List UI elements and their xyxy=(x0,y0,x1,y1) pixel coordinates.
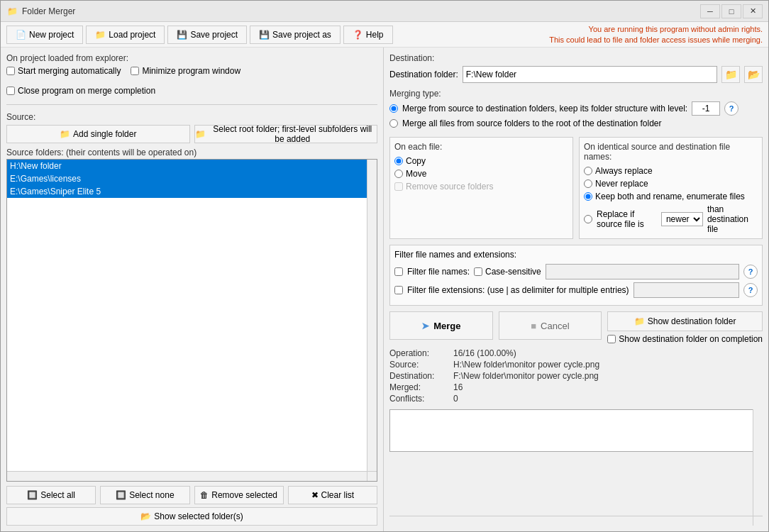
replace-if-row: Replace if source file is newerolder tha… xyxy=(584,204,758,234)
filter-names-input[interactable] xyxy=(546,264,739,279)
never-replace-label[interactable]: Never replace xyxy=(595,179,648,189)
remove-selected-button[interactable]: 🗑 Remove selected xyxy=(194,486,284,504)
move-radio[interactable] xyxy=(394,170,403,178)
help-level-button[interactable]: ? xyxy=(724,101,738,116)
replace-if-radio[interactable] xyxy=(584,215,592,223)
merge-option2-row: Merge all files from source folders to t… xyxy=(389,118,763,128)
list-item[interactable]: E:\Games\Sniper Elite 5 xyxy=(7,185,367,198)
list-item[interactable]: H:\New folder xyxy=(7,160,367,172)
remove-selected-icon: 🗑 xyxy=(200,490,209,500)
merge-icon: ➤ xyxy=(421,321,429,331)
never-replace-radio[interactable] xyxy=(584,179,592,188)
log-vscroll[interactable] xyxy=(753,409,763,516)
copy-label[interactable]: Copy xyxy=(406,156,426,166)
on-project-label: On project loaded from explorer: xyxy=(6,53,377,63)
close-program-checkbox-label[interactable]: Close program on merge completion xyxy=(6,86,155,96)
on-each-file-label: On each file: xyxy=(394,142,568,152)
filter-names-label: Filter file names: xyxy=(407,267,470,277)
keep-both-label[interactable]: Keep both and rename, enumerate files xyxy=(595,192,745,201)
filter-extensions-input[interactable] xyxy=(634,282,739,298)
open-folder-button[interactable]: 📂 xyxy=(744,66,763,83)
copy-radio[interactable] xyxy=(394,157,403,165)
newer-select[interactable]: newerolder xyxy=(661,212,703,226)
divider-1 xyxy=(6,104,377,105)
source-status-row: Source: H:\New folder\monitor power cycl… xyxy=(389,360,763,370)
filter-extensions-checkbox[interactable] xyxy=(394,286,403,294)
select-none-button[interactable]: 🔲 Select none xyxy=(100,486,189,504)
merging-type-section: Merging type: Merge from source to desti… xyxy=(389,89,763,131)
source-label: Source: xyxy=(6,112,377,122)
new-project-button[interactable]: 📄 New project xyxy=(6,26,83,44)
show-on-completion-checkbox[interactable] xyxy=(607,335,616,343)
case-sensitive-row: Case-sensitive xyxy=(474,267,541,277)
show-destination-button[interactable]: 📁 Show destination folder xyxy=(607,311,763,331)
horizontal-scrollbar[interactable] xyxy=(7,471,367,481)
help-filter-ext-button[interactable]: ? xyxy=(743,283,758,297)
source-list-inner: H:\New folder E:\Games\licenses E:\Games… xyxy=(7,160,367,471)
main-content: On project loaded from explorer: Start m… xyxy=(1,48,768,531)
case-sensitive-checkbox[interactable] xyxy=(474,267,482,276)
scroll-corner xyxy=(367,471,377,481)
filter-names-checkbox[interactable] xyxy=(394,267,403,276)
select-none-icon: 🔲 xyxy=(116,490,126,500)
always-replace-option: Always replace xyxy=(584,166,758,176)
help-button[interactable]: ❓ Help xyxy=(343,26,393,44)
merge-option1-label[interactable]: Merge from source to destination folders… xyxy=(402,104,687,113)
window-title: Folder Merger xyxy=(22,6,700,16)
source-section: Source: 📁 Add single folder 📁 Select roo… xyxy=(6,112,377,526)
cancel-button[interactable]: ■ Cancel xyxy=(499,311,602,340)
clear-list-button[interactable]: ✖ Clear list xyxy=(288,486,377,504)
close-button[interactable]: ✕ xyxy=(743,4,763,18)
move-label[interactable]: Move xyxy=(406,169,426,179)
filter-extensions-label: Filter file extensions: (use | as delimi… xyxy=(407,285,629,295)
merge-button[interactable]: ➤ Merge xyxy=(389,311,493,340)
show-dest-icon: 📁 xyxy=(634,316,645,326)
action-section: ➤ Merge ■ Cancel 📁 Show destination fold… xyxy=(389,311,763,344)
replace-if-label[interactable]: Replace if source file is xyxy=(597,209,657,229)
filter-title: Filter file names and extensions: xyxy=(394,250,758,260)
list-item[interactable]: E:\Games\licenses xyxy=(7,172,367,185)
save-project-button[interactable]: 💾 Save project xyxy=(167,26,247,44)
remove-source-checkbox[interactable] xyxy=(394,182,403,191)
two-column-section: On each file: Copy Move Remove source fo… xyxy=(389,137,763,239)
close-program-checkbox[interactable] xyxy=(6,87,15,95)
destination-folder-input[interactable] xyxy=(463,66,717,83)
minimize-window-checkbox[interactable] xyxy=(131,67,139,75)
right-panel: Destination: Destination folder: 📁 📂 Mer… xyxy=(384,48,768,531)
source-list-label: Source folders: (their contents will be … xyxy=(6,148,377,157)
start-merging-checkbox[interactable] xyxy=(6,67,15,75)
operation-row: Operation: 16/16 (100.00%) xyxy=(389,348,763,358)
browse-folder-button[interactable]: 📁 xyxy=(721,66,740,83)
source-list-container: H:\New folder E:\Games\licenses E:\Games… xyxy=(6,159,377,482)
merge-option2-label[interactable]: Merge all files from source folders to t… xyxy=(402,118,662,128)
vertical-scrollbar[interactable] xyxy=(367,160,377,471)
show-selected-icon: 📂 xyxy=(140,511,151,521)
minimize-window-checkbox-label[interactable]: Minimize program window xyxy=(131,66,240,76)
keep-both-radio[interactable] xyxy=(584,192,592,201)
show-selected-button[interactable]: 📂 Show selected folder(s) xyxy=(6,507,377,526)
warning-message: You are running this program without adm… xyxy=(549,24,763,45)
log-hscroll[interactable] xyxy=(389,516,753,526)
add-single-folder-button[interactable]: 📁 Add single folder xyxy=(6,125,190,143)
maximize-button[interactable]: □ xyxy=(721,4,741,18)
operation-value: 16/16 (100.00%) xyxy=(453,348,516,358)
always-replace-radio[interactable] xyxy=(584,167,592,175)
merge-option1-radio[interactable] xyxy=(389,104,398,113)
select-root-folder-button[interactable]: 📁 Select root folder; first-level subfol… xyxy=(194,125,378,143)
case-sensitive-label: Case-sensitive xyxy=(485,267,541,277)
help-filter-names-button[interactable]: ? xyxy=(743,265,758,279)
minimize-button[interactable]: ─ xyxy=(700,4,720,18)
select-all-button[interactable]: 🔲 Select all xyxy=(6,486,96,504)
app-icon: 📁 xyxy=(6,6,18,17)
cancel-icon: ■ xyxy=(531,321,536,331)
never-replace-option: Never replace xyxy=(584,179,758,189)
save-project-as-button[interactable]: 💾 Save project as xyxy=(250,26,341,44)
start-merging-checkbox-label[interactable]: Start merging automatically xyxy=(6,66,121,76)
load-project-icon: 📁 xyxy=(95,30,106,40)
merge-option2-radio[interactable] xyxy=(389,119,398,128)
level-input[interactable] xyxy=(692,101,720,116)
load-project-button[interactable]: 📁 Load project xyxy=(86,26,165,44)
always-replace-label[interactable]: Always replace xyxy=(595,166,653,176)
destination-section: Destination: Destination folder: 📁 📂 xyxy=(389,53,763,83)
completion-row: Show destination folder on completion xyxy=(607,334,763,344)
